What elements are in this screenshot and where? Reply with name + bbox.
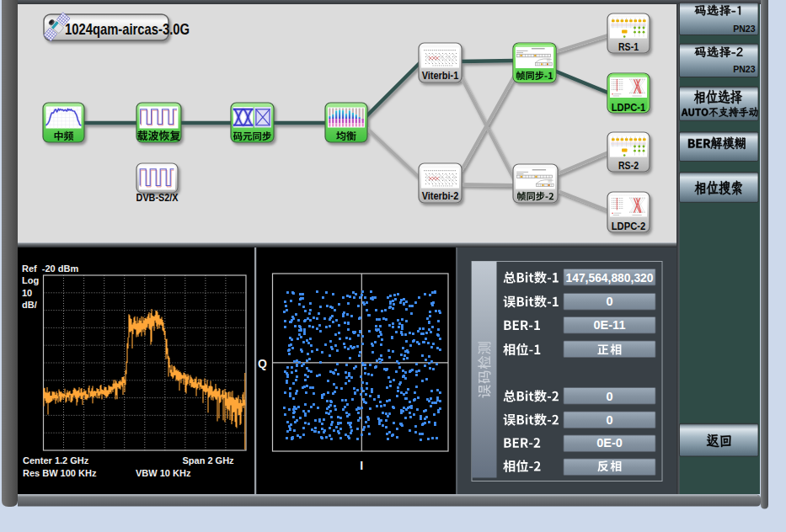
- svg-text:0: 0: [606, 390, 612, 403]
- svg-text:LDPC-1: LDPC-1: [612, 102, 646, 114]
- svg-text:0: 0: [606, 413, 612, 427]
- svg-text:147,564,880,320: 147,564,880,320: [566, 270, 654, 285]
- svg-text:Ref -20 dBm: Ref -20 dBm: [22, 263, 78, 274]
- svg-text:Res BW 100 KHz: Res BW 100 KHz: [23, 468, 97, 478]
- svg-text:Span 2 GHz: Span 2 GHz: [183, 455, 235, 466]
- svg-text:Viterbi-1: Viterbi-1: [422, 70, 459, 82]
- svg-text:PN23: PN23: [733, 64, 755, 74]
- svg-text:0E-0: 0E-0: [596, 436, 623, 450]
- svg-text:VBW 10 KHz: VBW 10 KHz: [136, 468, 191, 478]
- svg-text:dB/: dB/: [22, 300, 37, 310]
- svg-text:Viterbi-2: Viterbi-2: [422, 190, 459, 202]
- svg-text:DVB-S2/X: DVB-S2/X: [136, 191, 179, 204]
- svg-text:PN23: PN23: [733, 24, 755, 34]
- svg-text:Log: Log: [22, 275, 39, 285]
- svg-text:RS-2: RS-2: [618, 160, 639, 172]
- svg-text:0E-11: 0E-11: [594, 318, 626, 332]
- svg-text:1024qam-aircas-3.0G: 1024qam-aircas-3.0G: [65, 20, 190, 38]
- svg-text:0: 0: [606, 295, 612, 308]
- svg-text:Q: Q: [258, 357, 267, 370]
- svg-text:10: 10: [22, 288, 32, 298]
- svg-text:LDPC-2: LDPC-2: [612, 221, 646, 232]
- svg-text:I: I: [360, 459, 363, 472]
- svg-text:Center 1.2 GHz: Center 1.2 GHz: [23, 455, 89, 466]
- svg-text:RS-1: RS-1: [618, 41, 639, 53]
